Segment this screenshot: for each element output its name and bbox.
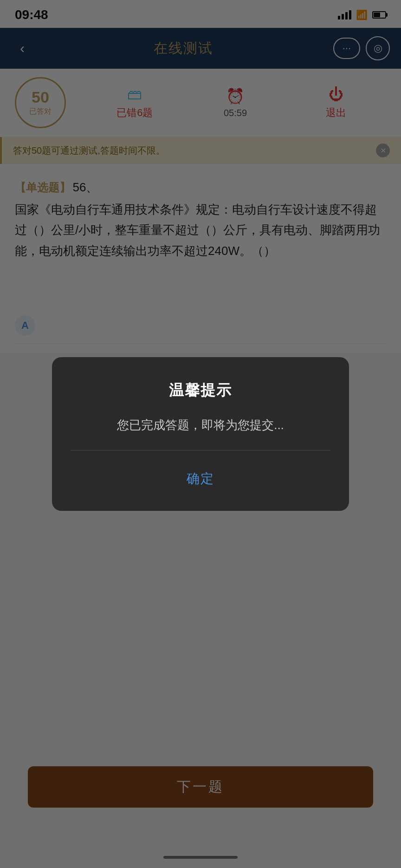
dialog-overlay: 温馨提示 您已完成答题，即将为您提交... 确定	[0, 0, 401, 868]
dialog-title: 温馨提示	[169, 380, 232, 401]
dialog-message: 您已完成答题，即将为您提交...	[117, 416, 284, 435]
dialog: 温馨提示 您已完成答题，即将为您提交... 确定	[52, 357, 349, 511]
dialog-divider	[71, 450, 330, 450]
dialog-confirm-button[interactable]: 确定	[168, 465, 233, 492]
home-indicator	[163, 856, 238, 859]
